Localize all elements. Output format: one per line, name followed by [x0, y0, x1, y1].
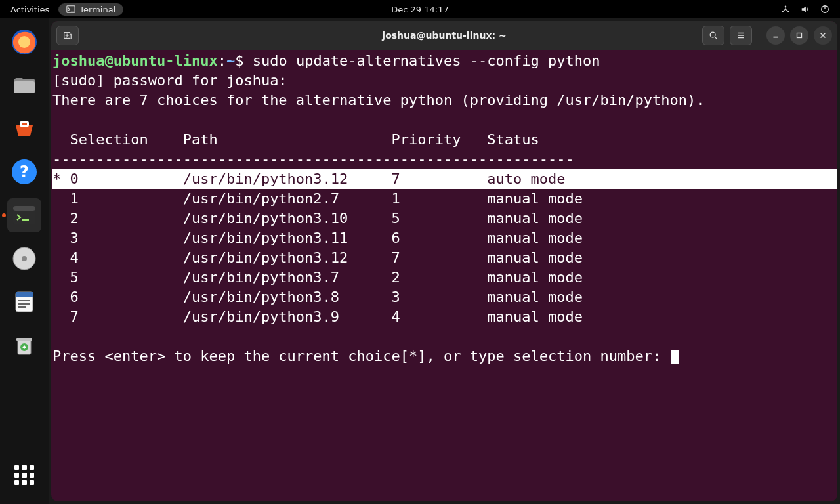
alternatives-row: 4 /usr/bin/python3.12 7 manual mode: [52, 248, 837, 268]
svg-point-17: [22, 256, 27, 261]
network-icon[interactable]: [781, 5, 790, 14]
dock-software[interactable]: [7, 112, 41, 146]
software-icon: [10, 115, 38, 142]
alternatives-row: 1 /usr/bin/python2.7 1 manual mode: [52, 189, 837, 209]
terminal-body[interactable]: joshua@ubuntu-linux:~$ sudo update-alter…: [51, 50, 837, 501]
dock-terminal[interactable]: [7, 198, 41, 232]
svg-rect-14: [13, 206, 35, 211]
minimize-icon: [771, 31, 780, 40]
dock-text-editor[interactable]: [7, 285, 41, 319]
svg-rect-21: [16, 338, 32, 341]
new-tab-icon: [63, 31, 72, 40]
ubuntu-dock: ?: [0, 18, 49, 504]
svg-point-3: [788, 10, 789, 12]
svg-rect-19: [16, 292, 33, 297]
svg-rect-9: [15, 78, 23, 81]
minimize-button[interactable]: [766, 26, 785, 45]
alternatives-row: 7 /usr/bin/python3.9 4 manual mode: [52, 307, 837, 327]
close-button[interactable]: [814, 26, 832, 45]
firefox-icon: [10, 28, 38, 56]
alternatives-row: 5 /usr/bin/python3.7 2 manual mode: [52, 268, 837, 287]
hamburger-menu-button[interactable]: [730, 26, 752, 45]
search-button[interactable]: [702, 26, 724, 45]
disk-icon: [10, 245, 38, 272]
dock-trash[interactable]: [7, 328, 41, 362]
alternatives-row: 2 /usr/bin/python3.10 5 manual mode: [52, 209, 837, 228]
active-app-chip[interactable]: Terminal: [58, 3, 123, 16]
gnome-topbar: Activities Terminal Dec 29 14:17: [0, 0, 840, 18]
dock-apps-button[interactable]: [7, 458, 41, 492]
blank-line: [52, 110, 837, 130]
dock-firefox[interactable]: [7, 25, 41, 59]
prompt-line: joshua@ubuntu-linux:~$ sudo update-alter…: [52, 51, 837, 71]
trash-icon: [10, 331, 38, 359]
maximize-icon: [795, 31, 804, 40]
svg-rect-8: [14, 81, 35, 93]
cursor: [671, 350, 679, 364]
terminal-icon: [66, 5, 75, 14]
svg-rect-0: [67, 6, 75, 13]
clock[interactable]: Dec 29 14:17: [391, 5, 448, 14]
sudo-password-line: [sudo] password for joshua:: [52, 71, 837, 91]
blank-line: [52, 327, 837, 346]
window-title: joshua@ubuntu-linux: ~: [382, 30, 506, 41]
alternatives-header: Selection Path Priority Status: [52, 130, 837, 150]
svg-point-1: [785, 5, 786, 7]
window-titlebar[interactable]: joshua@ubuntu-linux: ~: [51, 21, 837, 50]
dock-files[interactable]: [7, 68, 41, 102]
active-app-label: Terminal: [79, 5, 116, 14]
maximize-button[interactable]: [790, 26, 808, 45]
svg-text:?: ?: [20, 163, 29, 181]
help-icon: ?: [10, 158, 38, 186]
choices-intro-line: There are 7 choices for the alternative …: [52, 91, 837, 110]
alternatives-row: 3 /usr/bin/python3.11 6 manual mode: [52, 228, 837, 248]
files-icon: [10, 72, 38, 99]
terminal-window: joshua@ubuntu-linux: ~ joshua@ubuntu-lin…: [51, 21, 837, 501]
alternatives-divider: ----------------------------------------…: [52, 150, 837, 169]
svg-point-24: [710, 32, 715, 37]
prompt-footer: Press <enter> to keep the current choice…: [52, 346, 837, 366]
alternatives-row: 6 /usr/bin/python3.8 3 manual mode: [52, 287, 837, 307]
close-icon: [818, 31, 828, 40]
text-editor-icon: [10, 288, 38, 316]
activities-button[interactable]: Activities: [10, 5, 49, 14]
terminal-app-icon: [10, 201, 38, 229]
hamburger-icon: [736, 31, 746, 40]
svg-point-6: [18, 36, 30, 48]
volume-icon[interactable]: [801, 5, 810, 14]
power-icon[interactable]: [820, 5, 830, 14]
dock-disks[interactable]: [7, 242, 41, 276]
new-tab-button[interactable]: [56, 26, 79, 45]
apps-grid-icon: [14, 465, 34, 485]
alternatives-row: * 0 /usr/bin/python3.12 7 auto mode: [52, 169, 837, 189]
svg-point-2: [782, 10, 783, 12]
search-icon: [709, 31, 718, 40]
svg-rect-25: [797, 33, 802, 38]
dock-help[interactable]: ?: [7, 155, 41, 189]
